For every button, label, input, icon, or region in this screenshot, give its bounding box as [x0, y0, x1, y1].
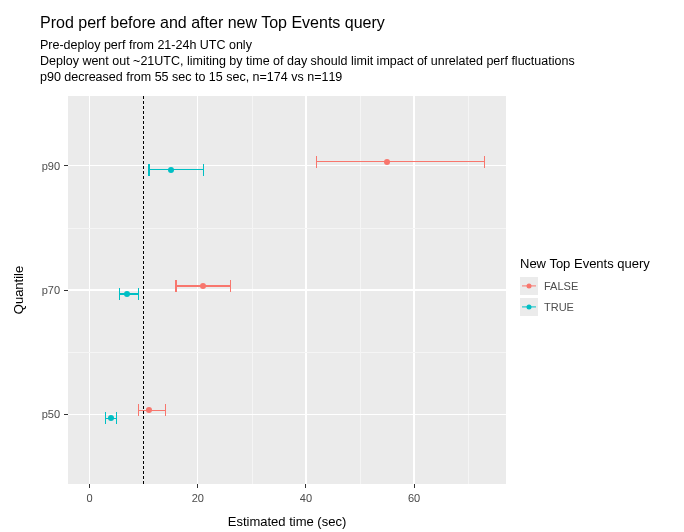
point-FALSE-p90 [384, 159, 390, 165]
x-tick [197, 484, 198, 488]
legend-title: New Top Events query [520, 256, 650, 271]
x-tick-label: 40 [300, 492, 312, 504]
chart-subtitle-2: Deploy went out ~21UTC, limiting by time… [40, 54, 575, 68]
legend: New Top Events query FALSE TRUE [520, 256, 650, 319]
legend-label: FALSE [544, 280, 578, 292]
chart-title: Prod perf before and after new Top Event… [40, 14, 385, 32]
y-tick-label: p70 [38, 284, 60, 296]
errorbar-TRUE-p90 [149, 169, 203, 170]
errorbar-cap [116, 412, 117, 424]
errorbar-cap [148, 164, 149, 176]
errorbar-cap [105, 412, 106, 424]
errorbar-cap [165, 404, 166, 416]
legend-item-false: FALSE [520, 277, 650, 295]
errorbar-FALSE-p90 [317, 161, 485, 162]
errorbar-cap [138, 288, 139, 300]
point-TRUE-p70 [124, 291, 130, 297]
x-tick [89, 484, 90, 488]
plot-panel [68, 96, 506, 484]
legend-label: TRUE [544, 301, 574, 313]
chart-root: Prod perf before and after new Top Event… [0, 0, 684, 532]
x-tick-label: 20 [192, 492, 204, 504]
errorbar-cap [119, 288, 120, 300]
legend-key-icon [520, 298, 538, 316]
legend-item-true: TRUE [520, 298, 650, 316]
chart-subtitle-3: p90 decreased from 55 sec to 15 sec, n=1… [40, 70, 342, 84]
point-TRUE-p90 [168, 167, 174, 173]
grid-major-h [68, 165, 506, 166]
errorbar-cap [316, 156, 317, 168]
y-tick [64, 290, 68, 291]
point-TRUE-p50 [108, 415, 114, 421]
y-tick-label: p50 [38, 408, 60, 420]
grid-minor-h [68, 228, 506, 229]
point-FALSE-p70 [200, 283, 206, 289]
point-FALSE-p50 [146, 407, 152, 413]
x-axis-label: Estimated time (sec) [228, 514, 346, 529]
x-tick-label: 60 [408, 492, 420, 504]
x-tick [414, 484, 415, 488]
y-tick [64, 414, 68, 415]
y-tick-label: p90 [38, 160, 60, 172]
legend-key-icon [520, 277, 538, 295]
errorbar-cap [203, 164, 204, 176]
errorbar-cap [230, 280, 231, 292]
errorbar-cap [138, 404, 139, 416]
grid-minor-h [68, 352, 506, 353]
errorbar-cap [175, 280, 176, 292]
chart-subtitle-1: Pre-deploy perf from 21-24h UTC only [40, 38, 252, 52]
grid-major-h [68, 414, 506, 415]
y-axis-label: Quantile [11, 266, 26, 314]
x-tick [305, 484, 306, 488]
reference-vline [143, 96, 144, 484]
y-tick [64, 165, 68, 166]
x-tick-label: 0 [87, 492, 93, 504]
grid-major-h [68, 289, 506, 290]
errorbar-cap [484, 156, 485, 168]
